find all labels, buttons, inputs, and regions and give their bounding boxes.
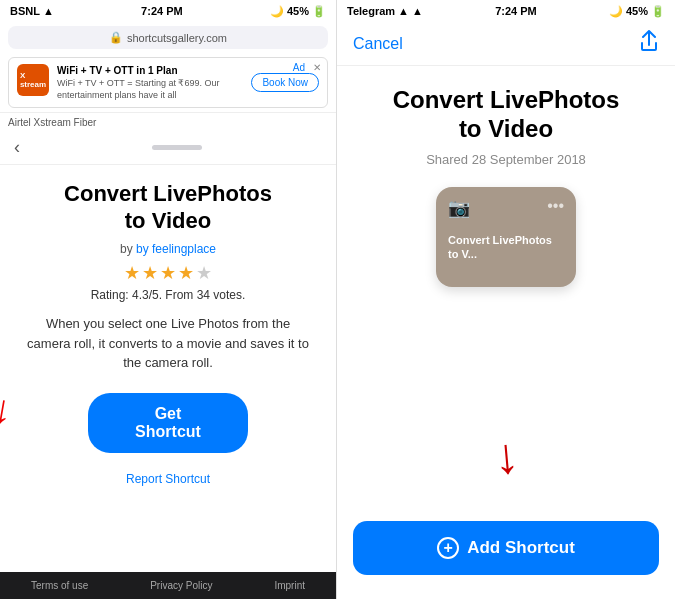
add-plus-icon: + [437, 537, 459, 559]
card-title: Convert LivePhotos to V... [448, 233, 564, 262]
url-bar[interactable]: 🔒 shortcutsgallery.com [8, 26, 328, 49]
left-status-right: 🌙 45% 🔋 [270, 5, 326, 18]
right-arrow-area: ↓ [353, 307, 659, 481]
right-status-bar: Telegram ▲ ▲ 7:24 PM 🌙 45% 🔋 [337, 0, 675, 22]
battery-icon: 🔋 [312, 5, 326, 18]
airtel-label: Airtel Xstream Fiber [8, 117, 96, 128]
add-shortcut-button[interactable]: + Add Shortcut [353, 521, 659, 575]
shared-date: Shared 28 September 2018 [426, 152, 586, 167]
ad-logo: Xstream [17, 64, 49, 96]
right-signal-icon: ▲ [398, 5, 409, 17]
nav-bar: ‹ [0, 131, 336, 165]
right-status-right: 🌙 45% 🔋 [609, 5, 665, 18]
book-now-button[interactable]: Book Now [251, 73, 319, 92]
right-top-bar: Cancel [337, 22, 675, 66]
left-footer: Terms of use Privacy Policy Imprint [0, 572, 336, 599]
right-panel: Telegram ▲ ▲ 7:24 PM 🌙 45% 🔋 Cancel Conv… [337, 0, 675, 599]
right-battery-icon: 🔋 [651, 5, 665, 18]
description-text: When you select one Live Photos from the… [16, 314, 320, 373]
lock-icon: 🔒 [109, 31, 123, 44]
ad-logo-text: Xstream [20, 71, 46, 89]
rating-text: Rating: 4.3/5. From 34 votes. [16, 288, 320, 302]
airtel-row: Airtel Xstream Fiber [0, 112, 336, 131]
ad-banner: Xstream WiFi + TV + OTT in 1 Plan WiFi +… [8, 57, 328, 108]
imprint-link[interactable]: Imprint [274, 580, 305, 591]
right-time: 7:24 PM [495, 5, 537, 17]
right-moon-icon: 🌙 [609, 5, 623, 18]
back-chevron-icon[interactable]: ‹ [8, 135, 26, 160]
ad-x-icon[interactable]: ✕ [313, 62, 321, 73]
right-shortcut-title: Convert LivePhotosto Video [393, 86, 620, 144]
star-5: ★ [196, 262, 212, 284]
star-4: ★ [178, 262, 194, 284]
share-icon[interactable] [639, 30, 659, 57]
ad-close-label: Ad [293, 62, 305, 73]
wifi-icon: ▲ [43, 5, 54, 17]
star-2: ★ [142, 262, 158, 284]
left-status-bar: BSNL ▲ 7:24 PM 🌙 45% 🔋 [0, 0, 336, 22]
red-arrow-icon: ↓ [0, 387, 16, 390]
star-3: ★ [160, 262, 176, 284]
shortcut-card: 📷 ••• Convert LivePhotos to V... [436, 187, 576, 287]
right-wifi-icon: ▲ [412, 5, 423, 17]
moon-icon: 🌙 [270, 5, 284, 18]
left-panel: BSNL ▲ 7:24 PM 🌙 45% 🔋 🔒 shortcutsgaller… [0, 0, 337, 599]
telegram-label: Telegram [347, 5, 395, 17]
nav-pill [152, 145, 202, 150]
left-shortcut-title: Convert LivePhotosto Video [16, 181, 320, 234]
terms-link[interactable]: Terms of use [31, 580, 88, 591]
card-dots-icon: ••• [547, 197, 564, 215]
right-red-arrow-icon: ↓ [491, 430, 520, 482]
left-time: 7:24 PM [141, 5, 183, 17]
right-content: Convert LivePhotosto Video Shared 28 Sep… [337, 66, 675, 509]
stars-row: ★ ★ ★ ★ ★ [16, 262, 320, 284]
battery-label: 45% [287, 5, 309, 17]
cancel-button[interactable]: Cancel [353, 35, 403, 53]
author-text: by by feelingplace [16, 242, 320, 256]
star-1: ★ [124, 262, 140, 284]
add-shortcut-label: Add Shortcut [467, 538, 575, 558]
right-status-left: Telegram ▲ ▲ [347, 5, 423, 17]
right-battery-label: 45% [626, 5, 648, 17]
ad-text: WiFi + TV + OTT in 1 Plan WiFi + TV + OT… [57, 64, 243, 101]
report-shortcut-link[interactable]: Report Shortcut [126, 472, 210, 486]
author-link[interactable]: by feelingplace [136, 242, 216, 256]
privacy-link[interactable]: Privacy Policy [150, 580, 212, 591]
get-shortcut-button[interactable]: Get Shortcut [88, 393, 248, 453]
ad-subtitle: WiFi + TV + OTT = Starting at ₹699. Our … [57, 78, 243, 101]
ad-title: WiFi + TV + OTT in 1 Plan [57, 64, 243, 77]
url-text: shortcutsgallery.com [127, 32, 227, 44]
right-bottom: + Add Shortcut [337, 509, 675, 599]
video-camera-icon: 📷 [448, 197, 470, 219]
carrier-label: BSNL [10, 5, 40, 17]
left-status-left: BSNL ▲ [10, 5, 54, 17]
left-content: Convert LivePhotosto Video by by feeling… [0, 165, 336, 572]
